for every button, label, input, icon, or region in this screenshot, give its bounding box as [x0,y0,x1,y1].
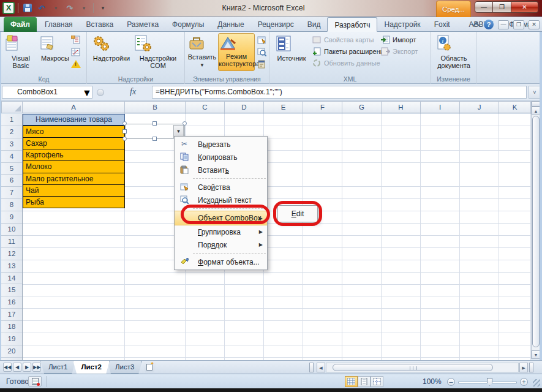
ribbon-tab[interactable]: Вид [301,17,328,32]
relative-references-icon[interactable] [71,48,80,56]
normal-view-button[interactable] [345,376,358,387]
worksheet-grid[interactable]: Наименование товара МясоСахарКартофельМо… [23,114,531,360]
com-addins-button[interactable]: Надстройки COM [134,34,183,69]
workbook-minimize-button[interactable]: — [498,20,509,29]
scroll-right-icon[interactable]: ▶ [519,363,528,372]
customize-qat-button[interactable] [97,2,109,13]
sheet-tab[interactable]: Лист2 [73,361,110,374]
row-header[interactable]: 19 [1,333,22,345]
row-header[interactable]: 17 [1,309,22,321]
workbook-restore-button[interactable]: ❐ [513,20,524,29]
product-cell[interactable]: Чай [23,184,125,197]
ribbon-tab[interactable]: Разметка с [120,17,165,32]
formula-input[interactable]: =ВНЕДРИТЬ("Forms.ComboBox.1";"") [152,86,527,99]
import-button[interactable]: Импорт [381,36,418,44]
selection-handle-midleft[interactable] [122,129,127,134]
addins-button[interactable]: Надстройки [92,34,131,62]
row-header[interactable]: 20 [1,345,22,358]
design-mode-button[interactable]: Режим конструктора [218,33,255,71]
expansion-packs-button[interactable]: Пакеты расширения [312,47,388,56]
workbook-close-button[interactable]: ✕ [529,20,540,29]
sheet-tab[interactable]: Лист3 [107,361,142,374]
next-sheet-icon[interactable]: ▶ [23,363,31,372]
row-header[interactable]: 7 [1,187,22,199]
fx-icon[interactable]: fx [130,87,136,97]
page-layout-view-button[interactable] [358,376,371,387]
redo-button[interactable] [64,2,76,13]
row-header[interactable]: 18 [1,321,22,333]
selection-handle-bottomcenter[interactable] [152,137,157,141]
vertical-scrollbar-thumb[interactable] [532,116,540,347]
column-header[interactable]: B [125,102,186,114]
product-cell[interactable]: Молоко [23,160,125,173]
product-cell[interactable]: Сахар [23,137,125,149]
selection-handle-topright[interactable] [183,121,187,126]
ribbon-tab[interactable]: Данные [211,17,250,32]
scroll-down-icon[interactable] [532,350,540,359]
ribbon-tab[interactable]: Главная [38,17,80,32]
macros-button[interactable]: Макросы [39,34,71,62]
row-header[interactable]: 8 [1,199,22,211]
product-cell[interactable]: Рыба [23,196,125,208]
horizontal-scrollbar[interactable] [326,363,519,372]
row-header[interactable]: 13 [1,260,22,273]
product-cell[interactable]: Мало растительное [23,173,125,185]
name-box[interactable]: ComboBox1 [2,86,92,99]
column-header[interactable]: H [382,102,421,114]
product-cell[interactable]: Мясо [23,126,125,138]
expand-formula-bar-icon[interactable] [529,86,541,99]
zoom-out-button[interactable] [447,378,455,386]
prev-sheet-icon[interactable]: ◀ [13,363,21,372]
vertical-split-handle[interactable] [532,101,540,107]
map-properties-button[interactable]: Свойства карты [312,36,388,44]
page-break-view-button[interactable] [371,376,383,387]
record-macro-icon[interactable] [71,36,80,44]
close-button[interactable]: ✕ [511,1,538,13]
row-header[interactable]: 10 [1,224,22,236]
column-header[interactable]: K [499,102,531,114]
cell-a1-header[interactable]: Наименование товара [23,114,125,126]
selection-handle-bottomleft[interactable] [122,137,127,141]
column-header[interactable]: E [264,102,303,114]
menu-item-format-object[interactable]: Формат объекта... [175,255,267,268]
row-header[interactable]: 14 [1,273,22,285]
document-panel-button[interactable]: i Область документа [434,34,473,69]
column-header[interactable]: A [23,102,125,114]
refresh-data-button[interactable]: Обновить данные [312,59,388,67]
name-box-dropdown-icon[interactable] [82,88,92,99]
sheet-tab[interactable]: Лист1 [40,361,75,374]
contextual-tab-group[interactable]: Сред... [436,1,471,17]
ribbon-tab[interactable]: Надстройк [377,17,427,32]
menu-item-copy[interactable]: Копировать [175,151,267,164]
undo-button[interactable] [36,2,48,13]
restore-button[interactable]: ❐ [493,1,511,13]
view-code-icon[interactable] [257,48,266,56]
ribbon-tab[interactable]: Формулы [165,17,211,32]
column-header[interactable]: I [421,102,460,114]
menu-item-cut[interactable]: ✂ Вырезать [175,138,267,151]
scroll-left-icon[interactable]: ◀ [317,363,325,372]
redo-dropdown[interactable] [78,2,90,13]
row-header[interactable]: 4 [1,151,22,163]
product-cell[interactable]: Картофель [23,149,125,161]
insert-sheet-tab[interactable] [142,362,157,372]
save-button[interactable] [21,2,34,13]
row-header[interactable]: 9 [1,211,22,224]
menu-item-properties[interactable]: Свойства [175,181,267,194]
selection-handle-topleft[interactable] [122,121,127,126]
properties-small-icon[interactable] [257,36,266,44]
undo-dropdown[interactable] [50,2,62,13]
menu-item-order[interactable]: Порядок [175,238,267,251]
selection-handle-topcenter[interactable] [152,121,157,126]
column-header[interactable]: J [460,102,499,114]
row-header[interactable]: 5 [1,163,22,175]
row-header[interactable]: 1 [1,114,22,126]
minimize-button[interactable]: — [475,1,493,13]
source-button[interactable]: Источник [274,34,309,62]
row-header[interactable]: 3 [1,138,22,151]
menu-item-grouping[interactable]: Группировка [175,225,267,238]
row-header[interactable]: 16 [1,296,22,309]
horizontal-scrollbar-thumb[interactable] [333,364,493,371]
row-header[interactable]: 12 [1,248,22,260]
zoom-slider-thumb[interactable] [487,378,492,386]
